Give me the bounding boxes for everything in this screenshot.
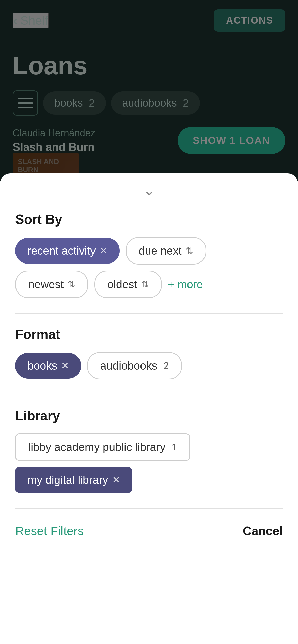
- bottom-sheet: ⌄ Sort By recent activity ✕ due next ⇅ n…: [0, 173, 298, 644]
- format-books[interactable]: books ✕: [15, 353, 81, 379]
- format-audiobooks[interactable]: audiobooks 2: [87, 352, 182, 379]
- reset-filters-button[interactable]: Reset Filters: [15, 524, 84, 538]
- sort-oldest[interactable]: oldest ⇅: [94, 271, 162, 298]
- library-my-digital-close-icon: ✕: [112, 475, 120, 485]
- sort-more-button[interactable]: + more: [168, 271, 203, 297]
- format-section: Format books ✕ audiobooks 2: [15, 327, 283, 379]
- sort-due-next[interactable]: due next ⇅: [126, 237, 206, 265]
- divider-2: [15, 395, 283, 395]
- library-section: Library libby academy public library 1 m…: [15, 408, 283, 493]
- sort-pills-row: recent activity ✕ due next ⇅ newest ⇅ ol…: [15, 237, 283, 298]
- format-title: Format: [15, 327, 283, 342]
- library-my-digital-label: my digital library: [27, 474, 108, 486]
- sort-newest-sort-icon: ⇅: [68, 279, 75, 290]
- sort-newest[interactable]: newest ⇅: [15, 271, 88, 298]
- divider-3: [15, 508, 283, 509]
- divider-1: [15, 313, 283, 314]
- format-books-close-icon: ✕: [61, 360, 69, 371]
- cancel-button[interactable]: Cancel: [243, 524, 283, 538]
- library-my-digital[interactable]: my digital library ✕: [15, 467, 132, 493]
- sort-recent-activity[interactable]: recent activity ✕: [15, 238, 120, 264]
- library-libby-academy-count: 1: [171, 442, 177, 453]
- format-books-label: books: [27, 359, 57, 372]
- sort-recent-activity-label: recent activity: [27, 244, 96, 257]
- sort-by-title: Sort By: [15, 212, 283, 227]
- pull-handle-icon: ⌄: [143, 181, 155, 199]
- sort-newest-label: newest: [28, 278, 64, 291]
- sort-due-next-label: due next: [139, 244, 182, 257]
- sort-recent-activity-close-icon: ✕: [100, 245, 107, 256]
- library-title: Library: [15, 408, 283, 423]
- pull-handle-area: ⌄: [15, 173, 283, 212]
- format-pills-row: books ✕ audiobooks 2: [15, 352, 283, 379]
- sort-by-section: Sort By recent activity ✕ due next ⇅ new…: [15, 212, 283, 298]
- bottom-actions: Reset Filters Cancel: [15, 524, 283, 538]
- format-audiobooks-label: audiobooks: [100, 359, 157, 372]
- sort-due-next-sort-icon: ⇅: [186, 245, 193, 256]
- format-audiobooks-count: 2: [164, 360, 169, 371]
- sort-oldest-sort-icon: ⇅: [141, 279, 149, 290]
- sort-oldest-label: oldest: [107, 278, 137, 291]
- library-libby-academy-label: libby academy public library: [28, 441, 165, 453]
- library-libby-academy[interactable]: libby academy public library 1: [15, 433, 190, 461]
